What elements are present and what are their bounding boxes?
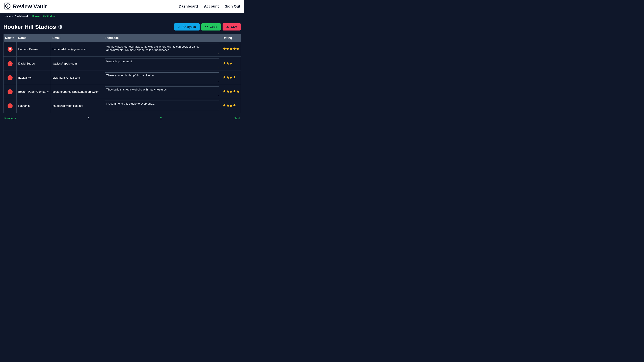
th-name: Name	[16, 34, 51, 42]
feedback-textarea[interactable]: They built is an epic website with many …	[105, 86, 219, 96]
delete-button[interactable]	[8, 75, 12, 80]
delete-button[interactable]	[8, 47, 12, 52]
delete-button[interactable]	[8, 61, 12, 66]
cell-name: Boston Paper Company	[16, 85, 51, 99]
th-delete: Delete	[4, 34, 16, 42]
code-label: Code	[210, 25, 217, 29]
bar-chart-icon	[178, 25, 181, 29]
rating-stars	[223, 62, 233, 65]
feedback-textarea[interactable]: Thank you for the helpful consultation.	[105, 72, 219, 82]
cell-email: barbersdeluxe@gmail.com	[51, 42, 103, 57]
breadcrumb-sep: /	[12, 15, 13, 17]
pagination-page[interactable]: 2	[160, 117, 162, 120]
analytics-label: Analytics	[182, 25, 196, 29]
th-feedback: Feedback	[103, 34, 221, 42]
nav-dashboard[interactable]: Dashboard	[178, 4, 198, 8]
table-row: David Sutrowdavids@apple.comNeeds improv…	[4, 57, 241, 71]
breadcrumb: Home / Dashboard / Hooker-Hill-Studios	[0, 13, 244, 19]
title-row: Hooker Hill Studios Analytics Code CSV	[0, 19, 244, 34]
close-icon	[9, 76, 11, 79]
cell-name: David Sutrow	[16, 57, 51, 71]
csv-button[interactable]: CSV	[222, 23, 241, 30]
rating-stars	[223, 48, 240, 51]
breadcrumb-sep: /	[30, 15, 30, 17]
cell-rating	[221, 57, 241, 71]
cell-email: natedawg@comcast.net	[51, 99, 103, 113]
close-icon	[9, 62, 11, 65]
table-row: Nathanielnatedawg@comcast.netI recommend…	[4, 99, 241, 113]
breadcrumb-dashboard[interactable]: Dashboard	[15, 15, 28, 17]
nav-account[interactable]: Account	[204, 4, 219, 8]
breadcrumb-home[interactable]: Home	[4, 15, 11, 17]
feedback-textarea[interactable]: I recommend this studio to everyone...	[105, 100, 219, 110]
action-buttons: Analytics Code CSV	[174, 23, 241, 30]
csv-label: CSV	[231, 25, 237, 29]
delete-button[interactable]	[8, 89, 12, 94]
rating-stars	[223, 105, 236, 108]
brand-logo-icon	[4, 2, 12, 10]
table-row: Boston Paper Companybostonpaperco@boston…	[4, 85, 241, 99]
table-row: Barbers Deluxebarbersdeluxe@gmail.comWe …	[4, 42, 241, 57]
cell-feedback: Thank you for the helpful consultation.	[103, 71, 221, 85]
cell-rating	[221, 85, 241, 99]
nav-signout[interactable]: Sign Out	[225, 4, 240, 8]
topbar: Review Vault Dashboard Account Sign Out	[0, 0, 244, 13]
gear-icon[interactable]	[58, 25, 62, 29]
svg-point-11	[60, 26, 61, 27]
cell-name: Barbers Deluxe	[16, 42, 51, 57]
page-title: Hooker Hill Studios	[3, 24, 56, 30]
th-email: Email	[51, 34, 103, 42]
cell-delete	[4, 99, 16, 113]
brand-name: Review Vault	[13, 3, 46, 10]
cell-email: bibleman@gmail.com	[51, 71, 103, 85]
brand[interactable]: Review Vault	[4, 2, 46, 10]
table-row: Ezekial W.bibleman@gmail.comThank you fo…	[4, 71, 241, 85]
svg-line-7	[6, 4, 7, 5]
pagination-pages: 12	[88, 117, 162, 120]
cell-name: Ezekial W.	[16, 71, 51, 85]
code-icon	[205, 25, 208, 29]
cell-email: bostonpaperco@bostonpaperco.com	[51, 85, 103, 99]
close-icon	[9, 104, 11, 107]
pagination: Previous 12 Next	[0, 113, 244, 120]
cell-email: davids@apple.com	[51, 57, 103, 71]
nav-links: Dashboard Account Sign Out	[178, 4, 240, 8]
close-icon	[9, 48, 11, 51]
cell-delete	[4, 85, 16, 99]
cell-rating	[221, 71, 241, 85]
svg-point-2	[8, 5, 8, 7]
svg-line-8	[9, 7, 10, 8]
pagination-next[interactable]: Next	[234, 117, 240, 120]
close-icon	[9, 90, 11, 93]
rating-stars	[223, 90, 240, 94]
reviews-table-wrap: Delete Name Email Feedback Rating Barber…	[0, 34, 244, 113]
cell-feedback: I recommend this studio to everyone...	[103, 99, 221, 113]
cell-name: Nathaniel	[16, 99, 51, 113]
pagination-page[interactable]: 1	[88, 117, 90, 120]
title-left: Hooker Hill Studios	[3, 24, 62, 30]
feedback-textarea[interactable]: Needs improvement	[105, 58, 219, 68]
cell-delete	[4, 57, 16, 71]
svg-line-10	[6, 7, 7, 8]
cell-rating	[221, 99, 241, 113]
cell-rating	[221, 42, 241, 57]
code-button[interactable]: Code	[201, 23, 221, 30]
feedback-textarea[interactable]: We now have our own awesome website wher…	[105, 43, 219, 54]
breadcrumb-current: Hooker-Hill-Studios	[32, 15, 55, 17]
cell-delete	[4, 42, 16, 57]
cell-delete	[4, 71, 16, 85]
rating-stars	[223, 76, 236, 80]
cell-feedback: Needs improvement	[103, 57, 221, 71]
reviews-table: Delete Name Email Feedback Rating Barber…	[3, 34, 241, 113]
cell-feedback: They built is an epic website with many …	[103, 85, 221, 99]
pagination-previous[interactable]: Previous	[4, 117, 16, 120]
svg-line-9	[9, 4, 10, 5]
cell-feedback: We now have our own awesome website wher…	[103, 42, 221, 57]
th-rating: Rating	[221, 34, 241, 42]
download-icon	[226, 25, 229, 29]
analytics-button[interactable]: Analytics	[174, 23, 200, 30]
delete-button[interactable]	[8, 103, 12, 108]
